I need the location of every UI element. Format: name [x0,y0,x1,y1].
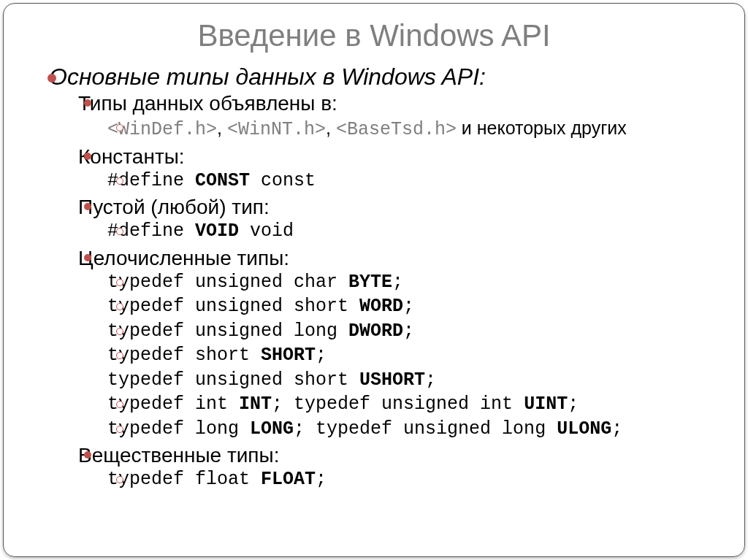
t: ; [611,418,622,440]
t: UINT [524,394,568,415]
ints-item: Целочисленные типы: typedef unsigned cha… [78,245,720,442]
t: INT [239,394,272,415]
declared-in-headers: <WinDef.h>, <WinNT.h>, <BaseTsd.h> и нек… [107,116,720,142]
void-kw: VOID [195,220,239,242]
t: ; [316,345,327,366]
t: typedef unsigned long [316,418,557,440]
t: ; [316,469,327,490]
const-kw: CONST [195,170,250,191]
floats-label: Вещественные типы: [78,444,279,467]
t: LONG [250,418,294,440]
typedef-short: typedef short SHORT; [107,344,720,368]
t: FLOAT [261,469,316,490]
typedef-float: typedef float FLOAT; [107,468,720,492]
t: SHORT [261,345,316,366]
void-pre: #define [107,220,195,242]
typedef-byte: typedef unsigned char BYTE; [107,271,720,295]
slide: Введение в Windows API Основные типы дан… [3,3,745,557]
slide-title: Введение в Windows API [28,18,720,53]
void-def: #define VOID void [107,220,720,244]
constants-def: #define CONST const [107,169,720,193]
ints-label: Целочисленные типы: [78,247,289,269]
t: WORD [359,296,403,317]
main-heading: Основные типы данных в Windows API: Типы… [49,64,720,492]
t: typedef unsigned short [107,296,359,317]
t: typedef short [107,345,261,366]
t: typedef int [107,394,239,415]
t: USHORT [359,369,425,391]
header-windef: <WinDef.h> [107,119,217,140]
const-pre: #define [107,170,195,191]
floats-item: Вещественные типы: typedef float FLOAT; [78,442,720,492]
constants-label: Константы: [78,145,185,168]
t: ; [425,369,436,391]
main-heading-text: Основные типы данных в Windows API: [49,64,486,90]
t: typedef unsigned long [107,321,348,342]
t: ; [568,394,579,415]
t: ULONG [557,418,611,440]
header-basetsd: <BaseTsd.h> [336,119,457,140]
declared-in-tail: и некоторых других [457,118,627,138]
t: typedef float [107,469,261,490]
t: ; [392,272,403,293]
t: ; [403,321,414,342]
content-root: Основные типы данных в Windows API: Типы… [28,64,720,492]
void-label: Пустой (любой) тип: [78,196,270,218]
t: typedef unsigned int [294,394,524,415]
t: typedef unsigned short [107,369,359,391]
typedef-int-uint: typedef int INT; typedef unsigned int UI… [107,393,720,417]
t: BYTE [348,272,392,293]
t: ; [272,394,294,415]
t: typedef unsigned char [107,272,348,293]
typedef-ushort: typedef unsigned short USHORT; [107,369,720,393]
header-winnt: <WinNT.h> [227,119,326,140]
declared-in-label: Типы данных объявлены в: [78,92,337,115]
typedef-dword: typedef unsigned long DWORD; [107,320,720,344]
typedef-word: typedef unsigned short WORD; [107,295,720,319]
declared-in-item: Типы данных объявлены в: <WinDef.h>, <Wi… [78,91,720,142]
constants-item: Константы: #define CONST const [78,144,720,193]
t: ; [294,418,316,440]
typedef-long-ulong: typedef long LONG; typedef unsigned long… [107,418,720,442]
t: ; [403,296,414,317]
topics-list: Типы данных объявлены в: <WinDef.h>, <Wi… [49,91,720,492]
void-item: Пустой (любой) тип: #define VOID void [78,194,720,244]
const-post: const [250,170,316,191]
void-post: void [239,220,294,242]
t: typedef long [107,418,250,440]
t: DWORD [348,321,403,342]
